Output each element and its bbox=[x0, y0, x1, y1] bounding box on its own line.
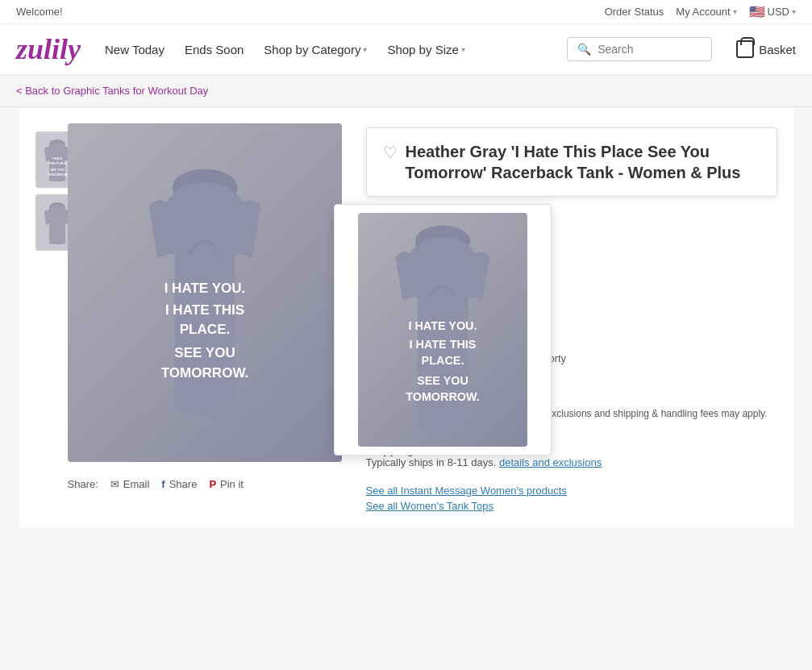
share-row: Share: ✉ Email f Share P Pin it bbox=[35, 478, 350, 490]
pinterest-icon: P bbox=[209, 478, 216, 490]
svg-text:TOMORROW.: TOMORROW. bbox=[406, 390, 480, 403]
svg-text:I HATE YOU.: I HATE YOU. bbox=[408, 319, 477, 332]
shipping-details-link[interactable]: details and exclusions bbox=[499, 456, 602, 468]
pinterest-pin-button[interactable]: P Pin it bbox=[209, 478, 244, 490]
basket-icon bbox=[736, 40, 754, 58]
svg-text:I HATE THIS: I HATE THIS bbox=[409, 338, 476, 351]
header: zulily New Today Ends Soon Shop by Categ… bbox=[0, 24, 812, 75]
search-icon: 🔍 bbox=[577, 43, 591, 56]
svg-text:PLACE.: PLACE. bbox=[421, 354, 464, 367]
see-all-tanks-link[interactable]: See all Women's Tank Tops bbox=[366, 500, 777, 512]
svg-text:PLACE.: PLACE. bbox=[179, 322, 230, 337]
svg-text:I HATE THIS: I HATE THIS bbox=[164, 302, 244, 318]
popup-tank-svg: I HATE YOU. I HATE THIS PLACE. SEE YOU T… bbox=[366, 221, 519, 439]
svg-text:THIS PLACE: THIS PLACE bbox=[48, 161, 67, 165]
nav-new-today[interactable]: New Today bbox=[105, 43, 164, 56]
see-all-links: See all Instant Message Women's products… bbox=[366, 485, 777, 512]
product-title: Heather Gray 'I Hate This Place See You … bbox=[406, 141, 760, 183]
see-all-brand-link[interactable]: See all Instant Message Women's products bbox=[366, 485, 777, 497]
breadcrumb[interactable]: < Back to Graphic Tanks for Workout Day bbox=[0, 75, 812, 107]
svg-text:SEE YOU: SEE YOU bbox=[417, 374, 468, 387]
top-bar-right: Order Status My Account ▾ 🇺🇸 USD ▾ bbox=[605, 4, 796, 19]
svg-text:SEE YOU: SEE YOU bbox=[50, 168, 65, 172]
order-status-link[interactable]: Order Status bbox=[605, 6, 664, 18]
svg-text:SEE YOU: SEE YOU bbox=[174, 345, 235, 360]
email-share-button[interactable]: ✉ Email bbox=[110, 478, 150, 490]
account-chevron-icon: ▾ bbox=[733, 7, 737, 16]
nav-ends-soon[interactable]: Ends Soon bbox=[185, 43, 244, 56]
svg-text:I HATE: I HATE bbox=[52, 156, 63, 160]
main-tank-svg: I HATE YOU. I HATE THIS PLACE. SEE YOU T… bbox=[116, 164, 294, 422]
currency-selector[interactable]: 🇺🇸 USD ▾ bbox=[749, 4, 796, 19]
popup-image-card: I HATE YOU. I HATE THIS PLACE. SEE YOU T… bbox=[334, 204, 552, 456]
flag-icon: 🇺🇸 bbox=[749, 4, 765, 19]
share-label: Share: bbox=[68, 478, 98, 490]
product-images: I HATE THIS PLACE SEE YOU TOMORROW bbox=[35, 123, 350, 512]
wishlist-heart-icon[interactable]: ♡ bbox=[383, 143, 398, 162]
size-chevron-icon: ▾ bbox=[461, 45, 465, 54]
search-input[interactable] bbox=[598, 43, 694, 56]
my-account-menu[interactable]: My Account ▾ bbox=[676, 6, 736, 18]
currency-chevron-icon: ▾ bbox=[792, 7, 796, 16]
nav-shop-by-category[interactable]: Shop by Category ▾ bbox=[264, 43, 367, 56]
main-content: I HATE THIS PLACE SEE YOU TOMORROW bbox=[19, 107, 793, 528]
svg-text:TOMORROW: TOMORROW bbox=[48, 173, 68, 177]
product-title-card: ♡ Heather Gray 'I Hate This Place See Yo… bbox=[366, 127, 777, 197]
welcome-text: Welcome! bbox=[16, 6, 63, 18]
svg-text:TOMORROW.: TOMORROW. bbox=[160, 365, 248, 381]
top-bar: Welcome! Order Status My Account ▾ 🇺🇸 US… bbox=[0, 0, 812, 24]
logo[interactable]: zulily bbox=[16, 32, 81, 66]
main-product-image: I HATE YOU. I HATE THIS PLACE. SEE YOU T… bbox=[68, 123, 342, 462]
category-chevron-icon: ▾ bbox=[363, 45, 367, 54]
main-nav: New Today Ends Soon Shop by Category ▾ S… bbox=[105, 43, 543, 56]
facebook-share-button[interactable]: f Share bbox=[161, 478, 197, 490]
popup-tank-image: I HATE YOU. I HATE THIS PLACE. SEE YOU T… bbox=[358, 213, 527, 447]
shipping-detail: Typically ships in 8-11 days. details an… bbox=[366, 456, 777, 468]
basket-button[interactable]: Basket bbox=[736, 40, 796, 58]
facebook-icon: f bbox=[161, 478, 164, 490]
nav-shop-by-size[interactable]: Shop by Size ▾ bbox=[387, 43, 464, 56]
svg-text:I HATE YOU.: I HATE YOU. bbox=[164, 281, 245, 296]
email-icon: ✉ bbox=[110, 478, 119, 490]
search-bar[interactable]: 🔍 bbox=[567, 37, 712, 61]
